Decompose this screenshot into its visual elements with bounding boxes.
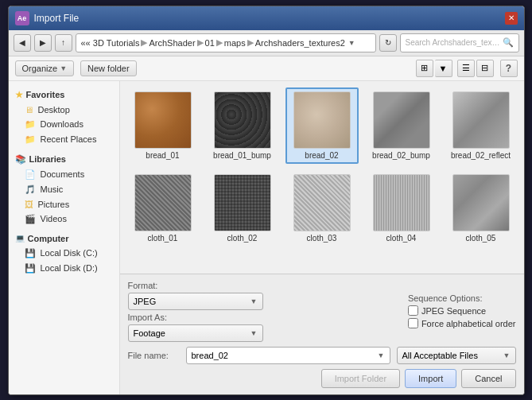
file-label: cloth_03 <box>307 234 337 243</box>
breadcrumb-dropdown-arrow[interactable]: ▼ <box>348 39 355 47</box>
sidebar-item-label: Documents <box>41 169 85 179</box>
file-thumbnail <box>452 91 510 149</box>
close-button[interactable]: ✕ <box>505 12 518 25</box>
help-button[interactable]: ? <box>500 60 518 77</box>
drive-icon: 💾 <box>25 263 36 274</box>
sidebar-item-videos[interactable]: 🎬 Videos <box>9 212 119 227</box>
filetype-arrow: ▼ <box>503 351 511 359</box>
file-label: cloth_05 <box>466 234 496 243</box>
folder-icon: 🎬 <box>25 214 36 224</box>
sidebar-item-label: Recent Places <box>41 134 97 144</box>
file-item-bread02bump[interactable]: bread_02_bump <box>365 87 438 164</box>
ae-logo: Ae <box>15 11 29 25</box>
sidebar-item-music[interactable]: 🎵 Music <box>9 182 119 197</box>
jpeg-sequence-checkbox[interactable] <box>408 305 418 316</box>
back-button[interactable]: ◀ <box>14 34 31 52</box>
file-thumbnail <box>293 91 351 149</box>
view-mode-button-1[interactable]: ⊞ <box>416 60 433 77</box>
file-area: bread_01 bread_01_bump bread_02 bread_02… <box>120 81 524 394</box>
search-box[interactable]: Search Archshaders_textures2 🔍 <box>400 33 519 52</box>
star-icon: ★ <box>15 90 23 100</box>
up-button[interactable]: ↑ <box>55 34 72 52</box>
breadcrumb-part: maps <box>224 38 246 48</box>
sidebar-item-downloads[interactable]: 📁 Downloads <box>9 117 119 132</box>
view-mode-button-4[interactable]: ⊟ <box>476 60 494 77</box>
sidebar: ★ Favorites 🖥 Desktop 📁 Downloads 📁 Rece… <box>9 81 120 394</box>
sidebar-item-label: Videos <box>41 214 67 223</box>
file-thumbnail <box>214 91 271 149</box>
file-thumbnail <box>452 174 510 231</box>
format-value: JPEG <box>134 297 157 306</box>
folder-icon: 🎵 <box>25 184 36 195</box>
import-as-value: Footage <box>134 328 165 338</box>
favorites-header: ★ Favorites <box>9 87 119 103</box>
breadcrumb[interactable]: «« 3D Tutorials ▶ ArchShader ▶ 01 ▶ maps… <box>76 33 376 52</box>
sidebar-item-c-drive[interactable]: 💾 Local Disk (C:) <box>9 246 119 261</box>
force-alpha-option[interactable]: Force alphabetical order <box>408 318 516 328</box>
sidebar-item-documents[interactable]: 📄 Documents <box>9 167 119 182</box>
sidebar-item-recent[interactable]: 📁 Recent Places <box>9 132 119 147</box>
import-folder-button[interactable]: Import Folder <box>321 369 400 388</box>
file-item-cloth02[interactable]: cloth_02 <box>206 170 279 247</box>
file-label: cloth_02 <box>227 234 258 243</box>
filetype-dropdown[interactable]: All Acceptable Files ▼ <box>397 347 516 364</box>
file-thumbnail <box>373 91 430 149</box>
file-thumbnail <box>134 174 192 231</box>
library-icon: 📚 <box>15 154 26 165</box>
file-label: bread_01 <box>146 151 179 160</box>
sidebar-item-label: Downloads <box>41 119 83 129</box>
format-section: Format: JPEG ▼ Import As: Footage ▼ <box>128 281 263 342</box>
format-dropdown-arrow: ▼ <box>250 297 258 305</box>
filename-label: File name: <box>128 351 180 360</box>
view-mode-button-2[interactable]: ▼ <box>435 60 452 77</box>
sidebar-item-pictures[interactable]: 🖼 Pictures <box>9 197 119 212</box>
import-as-dropdown[interactable]: Footage ▼ <box>128 324 263 342</box>
file-item-bread01[interactable]: bread_01 <box>126 87 200 164</box>
view-buttons: ⊞ ▼ ☰ ⊟ <box>416 60 494 77</box>
file-item-cloth03[interactable]: cloth_03 <box>285 170 359 247</box>
import-button[interactable]: Import <box>405 369 456 388</box>
sidebar-item-label: Desktop <box>38 105 70 115</box>
main-content: ★ Favorites 🖥 Desktop 📁 Downloads 📁 Rece… <box>9 81 524 394</box>
address-bar: ◀ ▶ ↑ «« 3D Tutorials ▶ ArchShader ▶ 01 … <box>9 30 524 56</box>
file-thumbnail <box>293 174 351 231</box>
view-mode-button-3[interactable]: ☰ <box>457 60 475 77</box>
file-item-bread02[interactable]: bread_02 <box>285 87 359 164</box>
refresh-button[interactable]: ↻ <box>379 34 397 52</box>
favorites-section: ★ Favorites 🖥 Desktop 📁 Downloads 📁 Rece… <box>9 87 119 147</box>
file-item-cloth05[interactable]: cloth_05 <box>445 170 518 247</box>
libraries-label: Libraries <box>29 154 66 164</box>
computer-header: 💻 Computer <box>9 231 119 246</box>
dialog-title: Import File <box>34 13 80 24</box>
file-label: cloth_04 <box>386 234 417 243</box>
search-icon[interactable]: 🔍 <box>503 37 514 48</box>
search-placeholder: Search Archshaders_textures2 <box>406 38 501 47</box>
sidebar-item-desktop[interactable]: 🖥 Desktop <box>9 103 119 117</box>
forward-button[interactable]: ▶ <box>34 34 52 52</box>
action-row: Import Folder Import Cancel <box>128 369 516 388</box>
force-alpha-checkbox[interactable] <box>408 318 418 328</box>
format-dropdown[interactable]: JPEG ▼ <box>128 293 263 310</box>
file-thumbnail <box>373 174 430 231</box>
import-as-arrow: ▼ <box>250 329 258 337</box>
sidebar-item-label: Pictures <box>38 200 70 209</box>
cancel-button[interactable]: Cancel <box>461 369 515 388</box>
file-item-cloth04[interactable]: cloth_04 <box>365 170 438 247</box>
organize-button[interactable]: Organize ▼ <box>15 60 75 76</box>
computer-icon: 💻 <box>15 234 25 243</box>
folder-icon: 🖥 <box>25 105 33 115</box>
folder-icon: 📄 <box>25 169 36 180</box>
new-folder-button[interactable]: New folder <box>80 60 137 76</box>
folder-icon: 📁 <box>25 119 36 130</box>
jpeg-sequence-option[interactable]: JPEG Sequence <box>408 305 516 316</box>
file-item-bread01bump[interactable]: bread_01_bump <box>206 87 279 164</box>
filename-input[interactable]: bread_02 ▼ <box>186 347 390 364</box>
file-item-cloth01[interactable]: cloth_01 <box>126 170 200 247</box>
bottom-panel: Format: JPEG ▼ Import As: Footage ▼ Sequ… <box>120 274 524 394</box>
filetype-label: All Acceptable Files <box>402 351 478 360</box>
file-label: bread_02 <box>305 151 338 160</box>
sidebar-item-d-drive[interactable]: 💾 Local Disk (D:) <box>9 261 119 276</box>
file-item-bread02reflect[interactable]: bread_02_reflect <box>445 87 518 164</box>
breadcrumb-part: «« 3D Tutorials <box>81 38 140 48</box>
filename-dropdown-arrow[interactable]: ▼ <box>378 351 385 359</box>
